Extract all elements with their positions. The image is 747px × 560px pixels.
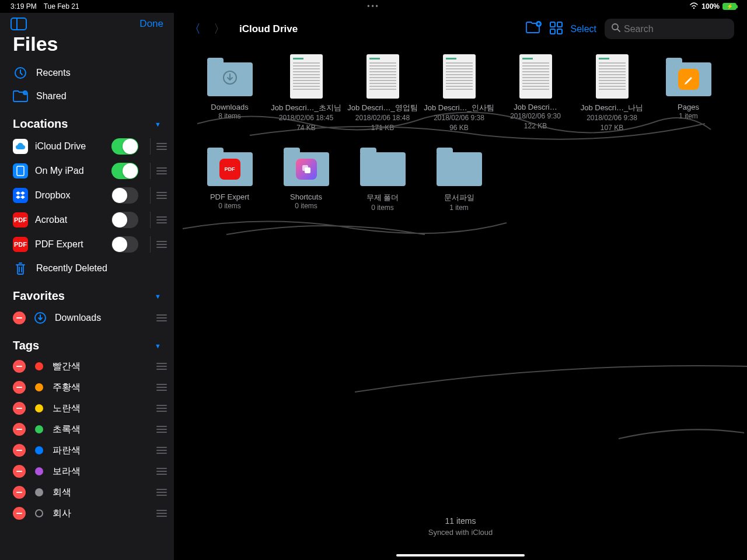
- doc-thumbnail: [589, 54, 635, 99]
- svg-text:👤: 👤: [23, 91, 28, 96]
- toggle-switch[interactable]: [111, 187, 138, 204]
- doc-thumbnail: [513, 54, 558, 99]
- toggle-switch[interactable]: [111, 163, 138, 179]
- tag-row[interactable]: 주황색: [0, 377, 174, 398]
- tag-row[interactable]: 초록색: [0, 419, 174, 440]
- sync-status: Synced with iCloud: [174, 528, 747, 537]
- drag-handle-icon[interactable]: [156, 167, 167, 174]
- document-item[interactable]: Job Descri… 2018/02/06 9:30122 KB: [497, 54, 574, 133]
- multitask-dots[interactable]: •••: [367, 2, 380, 10]
- item-name: Job Descri…_인사팀: [424, 103, 494, 113]
- drag-handle-icon[interactable]: [156, 510, 167, 517]
- remove-icon[interactable]: [13, 381, 26, 394]
- home-indicator[interactable]: [396, 554, 525, 556]
- drag-handle-icon[interactable]: [156, 143, 167, 150]
- main-content: 〈 〉 iCloud Drive Select Downloads 8 item…: [174, 13, 747, 560]
- folder-item[interactable]: PDF PDF Expert 0 items: [191, 144, 268, 213]
- remove-icon[interactable]: [13, 486, 26, 499]
- drag-handle-icon[interactable]: [156, 363, 167, 370]
- tag-row[interactable]: 보라색: [0, 461, 174, 482]
- drag-handle-icon[interactable]: [156, 241, 167, 248]
- search-input[interactable]: [624, 24, 727, 34]
- tag-row[interactable]: 회색: [0, 482, 174, 503]
- clock-icon: [13, 65, 28, 80]
- remove-icon[interactable]: [13, 465, 26, 478]
- tag-color-icon: [33, 381, 46, 394]
- drag-handle-icon[interactable]: [156, 468, 167, 475]
- sidebar-shared[interactable]: 👤 Shared: [0, 85, 174, 108]
- location-icon: [13, 163, 28, 178]
- sidebar-toggle-icon[interactable]: [11, 18, 27, 30]
- trash-icon: [13, 261, 28, 276]
- location-row[interactable]: PDF Acrobat: [0, 208, 174, 232]
- nav-back-icon[interactable]: 〈: [187, 21, 203, 37]
- item-meta: 2018/02/06 9:30122 KB: [510, 111, 561, 131]
- status-bar: 3:19 PM Tue Feb 21 ••• 100% ⚡: [0, 0, 747, 13]
- sidebar-recents[interactable]: Recents: [0, 61, 174, 85]
- document-item[interactable]: Job Descri…_영업팀 2018/02/06 18:48171 KB: [344, 54, 421, 133]
- view-mode-icon[interactable]: [550, 22, 563, 37]
- drag-handle-icon[interactable]: [156, 384, 167, 391]
- tag-row[interactable]: 노란색: [0, 398, 174, 419]
- sidebar-recently-deleted[interactable]: Recently Deleted: [0, 257, 174, 280]
- item-meta: 2018/02/06 9:38107 KB: [587, 113, 637, 133]
- folder-item[interactable]: Downloads 8 items: [191, 54, 268, 133]
- item-meta: 8 items: [218, 111, 241, 121]
- svg-line-14: [617, 29, 620, 32]
- folder-item[interactable]: Shortcuts 0 items: [268, 144, 344, 213]
- document-item[interactable]: Job Descri…_초지님 2018/02/06 18:4574 KB: [268, 54, 344, 133]
- toggle-switch[interactable]: [111, 138, 138, 155]
- folder-item[interactable]: Pages 1 item: [650, 54, 727, 133]
- drag-handle-icon[interactable]: [156, 216, 167, 223]
- locations-header[interactable]: Locations ▼: [0, 108, 174, 134]
- location-row[interactable]: iCloud Drive: [0, 134, 174, 159]
- remove-icon[interactable]: [13, 402, 26, 415]
- item-name: Job Descri…_나님: [581, 103, 644, 113]
- tag-row[interactable]: 빨간색: [0, 356, 174, 377]
- item-meta: 2018/02/06 18:4574 KB: [279, 113, 333, 133]
- new-folder-icon[interactable]: [525, 21, 542, 37]
- done-button[interactable]: Done: [139, 18, 163, 30]
- select-button[interactable]: Select: [571, 24, 596, 34]
- tags-header[interactable]: Tags ▼: [0, 330, 174, 356]
- folder-thumbnail: [666, 54, 711, 99]
- remove-icon[interactable]: [13, 360, 26, 373]
- chevron-down-icon: ▼: [155, 121, 161, 128]
- document-item[interactable]: Job Descri…_나님 2018/02/06 9:38107 KB: [574, 54, 650, 133]
- toggle-switch[interactable]: [111, 212, 138, 228]
- location-row[interactable]: Dropbox: [0, 183, 174, 208]
- location-row[interactable]: PDF PDF Expert: [0, 232, 174, 257]
- path-title[interactable]: iCloud Drive: [239, 23, 517, 35]
- tag-color-icon: [33, 360, 46, 373]
- drag-handle-icon[interactable]: [156, 192, 167, 199]
- svg-rect-17: [305, 167, 310, 173]
- chevron-down-icon: ▼: [155, 293, 161, 300]
- location-row[interactable]: On My iPad: [0, 159, 174, 183]
- drag-handle-icon[interactable]: [156, 489, 167, 496]
- folder-item[interactable]: 무제 폴더 0 items: [344, 144, 421, 213]
- item-meta: 2018/02/06 18:48171 KB: [355, 113, 410, 133]
- remove-icon[interactable]: [13, 423, 26, 436]
- doc-thumbnail: [437, 54, 482, 99]
- svg-point-0: [693, 7, 694, 8]
- tag-row[interactable]: 파란색: [0, 440, 174, 461]
- document-item[interactable]: Job Descri…_인사팀 2018/02/06 9:3896 KB: [421, 54, 497, 133]
- toggle-switch[interactable]: [111, 236, 138, 253]
- drag-handle-icon[interactable]: [156, 405, 167, 412]
- item-name: Downloads: [211, 103, 248, 111]
- favorite-downloads[interactable]: Downloads: [0, 306, 174, 330]
- remove-icon[interactable]: [13, 444, 26, 457]
- drag-handle-icon[interactable]: [156, 447, 167, 454]
- favorites-header[interactable]: Favorites ▼: [0, 280, 174, 306]
- svg-rect-12: [557, 29, 562, 34]
- remove-icon[interactable]: [13, 312, 26, 324]
- tag-row[interactable]: 회사: [0, 503, 174, 524]
- folder-item[interactable]: 문서파일 1 item: [421, 144, 497, 213]
- drag-handle-icon[interactable]: [156, 314, 167, 321]
- drag-handle-icon[interactable]: [156, 426, 167, 433]
- remove-icon[interactable]: [13, 507, 26, 520]
- svg-rect-9: [550, 22, 555, 27]
- search-box[interactable]: [605, 19, 734, 39]
- doc-thumbnail: [284, 54, 329, 99]
- wifi-icon: [689, 2, 699, 11]
